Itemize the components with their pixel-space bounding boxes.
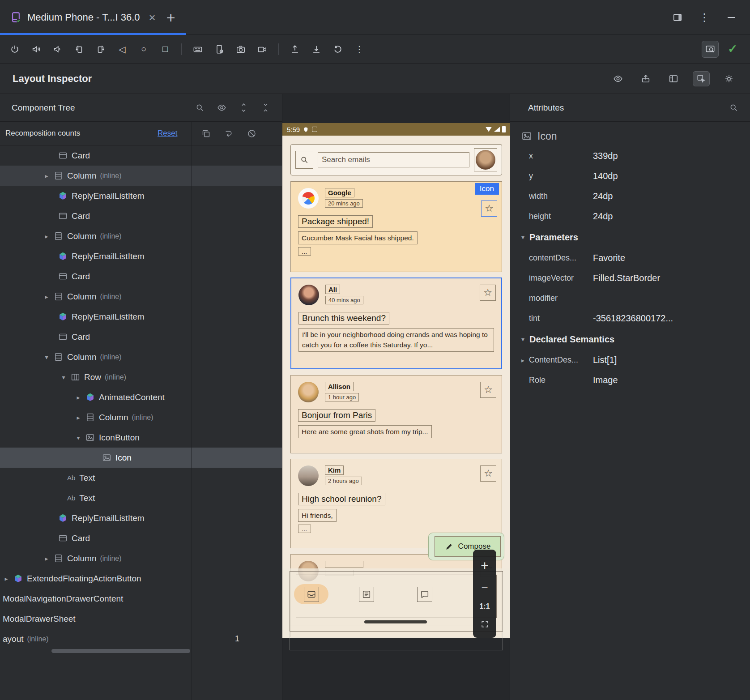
collapse-all-icon[interactable] [261,103,270,112]
rotate-left-button[interactable] [71,41,88,58]
favorite-star-button[interactable]: ☆ [480,382,496,398]
zoom-fit-icon[interactable] [481,620,489,628]
chevron-right-icon[interactable]: ▸ [41,555,52,562]
tree-row[interactable]: ▾Column(inline) [0,347,282,367]
chevron-right-icon[interactable]: ▸ [41,293,52,300]
email-time: 1 hour ago [325,393,359,401]
tree-row[interactable]: AbText [0,468,282,488]
power-button[interactable] [6,41,23,58]
rotate-right-button[interactable] [92,41,109,58]
tree-row[interactable]: ▸AnimatedContent [0,387,282,407]
chevron-right-icon[interactable]: ▸ [517,357,529,364]
tree-row[interactable]: ▸Column(inline) [0,407,282,427]
nav-articles-icon[interactable] [359,587,374,602]
chevron-right-icon[interactable]: ▸ [73,414,84,421]
chevron-down-icon[interactable]: ▾ [521,336,524,343]
chevron-down-icon[interactable]: ▾ [58,374,69,381]
search-icon[interactable] [295,151,313,169]
tree-row[interactable]: ReplyEmailListItem [0,307,282,327]
zoom-ratio-button[interactable]: 1:1 [479,602,490,610]
device-tab[interactable]: Medium Phone - T...I 36.0 × [0,0,162,34]
tree-row[interactable]: ayout(inline)1 [0,629,282,649]
new-tab-button[interactable]: + [166,10,175,25]
favorite-star-button[interactable]: ☆ [481,201,497,217]
chevron-down-icon[interactable]: ▾ [521,234,524,241]
chevron-right-icon[interactable]: ▸ [73,394,84,401]
reset-counts-link[interactable]: Reset [158,129,177,138]
window-layout-icon[interactable] [671,11,684,24]
android-back-button[interactable]: ◁ [114,41,131,58]
tree-row[interactable]: ModalNavigationDrawerContent [0,589,282,609]
keyboard-input-button[interactable] [189,41,206,58]
tree-row-selected[interactable]: Icon [0,448,282,468]
tree-row[interactable]: Card [0,145,282,166]
email-card-selected[interactable]: Ali 40 mins ago ☆ Brunch this weekend? I… [290,277,502,369]
tree-row[interactable]: ▾IconButton [0,427,282,448]
close-tab-icon[interactable]: × [149,12,156,23]
search-icon[interactable] [195,103,205,112]
chevron-right-icon[interactable]: ▸ [41,172,52,179]
copy-layers-icon[interactable] [201,129,211,138]
search-icon[interactable] [729,103,738,112]
favorite-star-button[interactable]: ☆ [480,285,496,301]
zoom-in-button[interactable]: + [481,559,489,572]
screenshot-button[interactable] [232,41,249,58]
tree-row[interactable]: ▸Column(inline) [0,286,282,307]
export-snapshot-button[interactable] [637,71,654,86]
download-button[interactable] [308,41,325,58]
horizontal-scrollbar[interactable] [51,649,190,653]
screen-record-button[interactable] [254,41,271,58]
email-card[interactable]: Allison 1 hour ago ☆ Bonjour from Paris … [290,375,502,453]
disable-highlight-icon[interactable] [247,129,256,138]
tree-row[interactable]: ▸Column(inline) [0,548,282,568]
select-component-button[interactable] [693,71,710,86]
chevron-right-icon[interactable]: ▸ [1,575,12,582]
tree-row[interactable]: Card [0,206,282,226]
toolbar-overflow-button[interactable]: ⋮ [351,41,368,58]
search-bar[interactable]: Search emails [290,144,502,175]
tree-row[interactable]: Card [0,266,282,286]
tree-row[interactable]: ReplyEmailListItem [0,186,282,206]
email-card[interactable]: Icon Google 20 mins ago ☆ Package shippe… [290,181,502,272]
android-overview-button[interactable]: □ [157,41,174,58]
tree-row[interactable]: ReplyEmailListItem [0,246,282,266]
chevron-down-icon[interactable]: ▾ [41,354,52,361]
live-updates-eye-button[interactable] [609,71,626,86]
tree-row[interactable]: Card [0,528,282,548]
tree-row[interactable]: Card [0,327,282,347]
snapshot-restore-button[interactable] [329,41,346,58]
profile-avatar-button[interactable] [474,148,497,171]
tree-row[interactable]: ▸ExtendedFloatingActionButton [0,568,282,589]
volume-up-button[interactable] [28,41,45,58]
tree-row[interactable]: ReplyEmailListItem [0,508,282,528]
volume-down-button[interactable] [49,41,66,58]
settings-gear-button[interactable] [720,71,737,86]
search-input[interactable]: Search emails [318,152,469,167]
layout-inspector-toggle-button[interactable] [702,41,719,58]
zoom-out-button[interactable]: − [481,582,488,593]
device-settings-button[interactable] [211,41,228,58]
recomposition-flow-icon[interactable] [224,129,234,138]
eye-icon[interactable] [217,103,226,112]
more-options-icon[interactable]: ⋮ [698,11,711,24]
android-home-button[interactable]: ○ [135,41,152,58]
upload-button[interactable] [286,41,303,58]
tree-row[interactable]: ▾Row(inline) [0,367,282,387]
expand-all-icon[interactable] [239,103,248,112]
tree-row[interactable]: ▸Column(inline) [0,166,282,186]
apply-check-icon[interactable]: ✓ [728,42,737,56]
minimize-icon[interactable] [725,11,737,24]
parameters-section-header[interactable]: ▾ Parameters [510,226,750,248]
nav-chat-icon[interactable] [417,587,432,602]
declared-semantics-section-header[interactable]: ▾ Declared Semantics [510,329,750,350]
selected-component-name: Icon [537,130,557,142]
favorite-star-button[interactable]: ☆ [480,465,496,482]
tree-row[interactable]: AbText [0,488,282,508]
chevron-right-icon[interactable]: ▸ [41,233,52,240]
tree-row[interactable]: ▸Column(inline) [0,226,282,246]
chevron-down-icon[interactable]: ▾ [73,434,84,441]
nav-inbox-icon[interactable] [304,587,319,602]
email-sender: Google [325,188,354,197]
tree-row[interactable]: ModalDrawerSheet [0,609,282,629]
export-panel-button[interactable] [665,71,682,86]
